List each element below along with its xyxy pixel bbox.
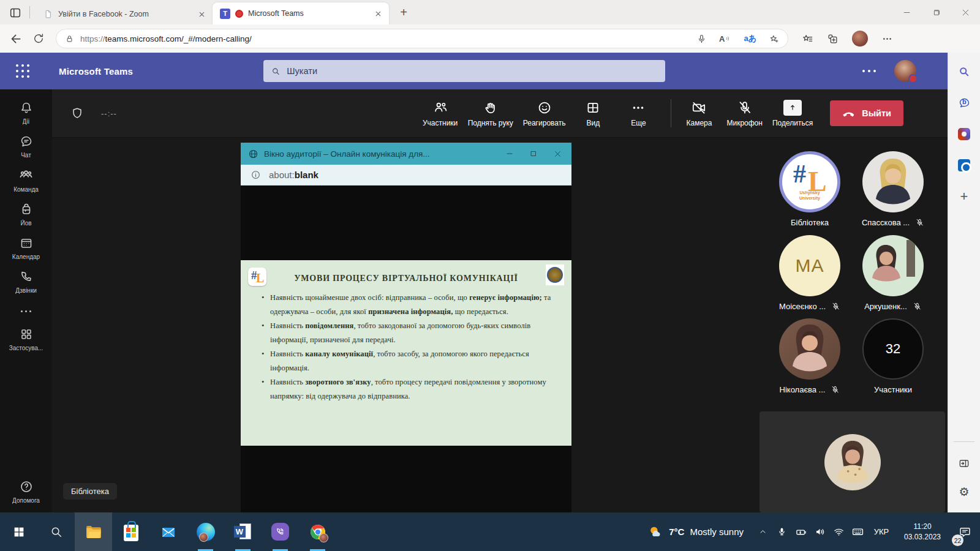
address-bar[interactable]: https://teams.microsoft.com/_#/modern-ca… [56,29,788,48]
close-tab-icon[interactable] [375,10,382,17]
browser-profile-avatar[interactable] [852,31,868,47]
sidebar-panel-icon[interactable] [957,457,971,470]
weather-desc: Mostly sunny [690,527,744,537]
mic-off-icon [915,218,924,227]
sidebar-item-assignments[interactable]: Йов [1,202,52,227]
participant-tile-arkushenko[interactable]: Аркушенк... [851,235,935,311]
grid-view-icon [585,100,601,116]
participants-button[interactable]: Участники [423,100,458,127]
url-text[interactable]: https://teams.microsoft.com/_#/modern-ca… [80,34,252,43]
microsoft-store-icon[interactable] [112,512,149,551]
camera-button[interactable]: Камера [681,100,717,127]
participant-overflow-tile[interactable]: 32 Участники [851,318,935,394]
voice-search-icon[interactable] [696,34,707,44]
windows-taskbar: W 7°C Mostly sunny УКР 11:20 03.03.2023 … [0,512,980,551]
tray-battery-icon[interactable] [791,512,810,551]
leave-button[interactable]: Выйти [830,100,903,126]
tray-keyboard-icon[interactable] [848,512,867,551]
notification-count-badge: 22 [952,534,963,546]
presenter-name-badge: Бібліотека [63,483,117,500]
translate-icon[interactable]: aあ [744,33,756,44]
browser-menu-icon[interactable] [881,33,893,45]
participant-tile-moiseenko[interactable]: МА Моісеєнко ... [768,235,851,311]
participant-name: Спасскова ... [862,218,910,227]
tray-mic-icon[interactable] [772,512,791,551]
favorites-bar-icon[interactable] [802,33,813,45]
microphone-button[interactable]: Микрофон [726,100,762,127]
taskbar-search-icon[interactable] [37,512,75,551]
teams-profile-avatar[interactable] [894,60,916,82]
raise-hand-button[interactable]: Поднять руку [468,100,513,127]
read-aloud-icon[interactable]: A [719,34,731,43]
weather-widget[interactable]: 7°C Mostly sunny [638,524,753,540]
sidebar-item-activity[interactable]: Дії [1,100,52,125]
app-launcher-icon[interactable] [16,64,29,78]
start-button[interactable] [0,512,37,551]
teams-search-box[interactable] [263,60,665,82]
taskbar-clock[interactable]: 11:20 03.03.2023 [895,522,949,542]
action-center-icon[interactable]: 22 [949,512,980,551]
mail-icon[interactable] [149,512,187,551]
workspaces-icon[interactable] [9,6,22,20]
sidebar-more-icon[interactable] [21,310,31,312]
info-icon [251,170,261,180]
shared-window-addressbar: about:blank [241,165,571,186]
edge-browser-icon[interactable] [187,512,224,551]
outlook-icon[interactable] [957,159,971,172]
minimize-button[interactable] [892,0,921,24]
backpack-icon [19,202,34,217]
sidebar-search-icon[interactable] [957,65,971,78]
avatar [779,318,840,380]
sidebar-item-help[interactable]: Допомога [1,479,52,504]
shared-window-content: #L УМОВИ ПРОЦЕСУ ВІРТУАЛЬНОЇ КОМУНІКАЦІЇ… [241,186,571,512]
shield-icon[interactable] [70,107,84,120]
sidebar-item-calls[interactable]: Дзвінки [1,269,52,294]
more-actions-button[interactable]: Еще [620,100,656,127]
language-indicator[interactable]: УКР [867,527,895,536]
microsoft-365-icon[interactable] [957,127,971,141]
taskbar-tray: 7°C Mostly sunny УКР 11:20 03.03.2023 22 [638,512,980,551]
viber-icon[interactable] [262,512,299,551]
settings-gear-icon[interactable]: ⚙ [959,485,969,499]
participant-name: Бібліотека [791,218,829,227]
self-view-tile[interactable] [760,411,945,512]
back-icon[interactable] [10,32,23,45]
search-icon [271,66,281,77]
word-icon[interactable]: W [224,512,262,551]
close-window-button[interactable] [951,0,980,24]
tray-chevron-up-icon[interactable] [753,512,772,551]
sidebar-item-calendar[interactable]: Календар [1,236,52,260]
tab-facebook-zoom[interactable]: Увійти в Facebook - Zoom [36,4,213,24]
share-button[interactable]: Поделиться [772,100,813,127]
tab-microsoft-teams[interactable]: T Microsoft Teams [213,2,389,24]
restore-button[interactable] [921,0,951,24]
chrome-icon[interactable] [299,512,336,551]
app-title: Microsoft Teams [59,66,133,77]
participant-tile-nikolaeva[interactable]: Ніколаєва ... [768,318,851,394]
participant-tile-biblioteka[interactable]: #L UshynskyUniversity Бібліотека [768,151,851,227]
bing-chat-icon[interactable]: b [957,96,971,110]
search-input[interactable] [287,66,658,76]
apps-grid-icon [19,327,34,342]
file-explorer-icon[interactable] [75,512,112,551]
tray-volume-icon[interactable] [810,512,829,551]
sidebar-add-icon[interactable]: + [957,190,971,203]
close-tab-icon[interactable] [198,11,205,18]
teams-more-icon[interactable] [862,70,876,72]
add-favorite-icon[interactable] [769,34,779,44]
view-button[interactable]: Вид [575,100,611,127]
new-tab-button[interactable]: + [396,6,411,20]
tray-wifi-icon[interactable] [829,512,848,551]
camera-off-icon [691,100,707,116]
collections-icon[interactable] [827,33,839,45]
sidebar-item-apps[interactable]: Застосува... [1,327,52,351]
react-button[interactable]: Реагировать [523,100,566,127]
slide-bullet: Наявність зворотного зв'язку, тобто проц… [262,375,552,403]
participant-tile-spasskova[interactable]: Спасскова ... [851,151,935,227]
weather-icon [647,524,663,540]
date-text: 03.03.2023 [904,533,941,541]
sidebar-item-teams[interactable]: Команда [1,168,52,193]
shared-window-title: Вікно аудиторії – Онлайн комунікація для… [264,149,495,159]
sidebar-item-chat[interactable]: Чат [1,134,52,159]
reload-icon[interactable] [32,32,45,45]
